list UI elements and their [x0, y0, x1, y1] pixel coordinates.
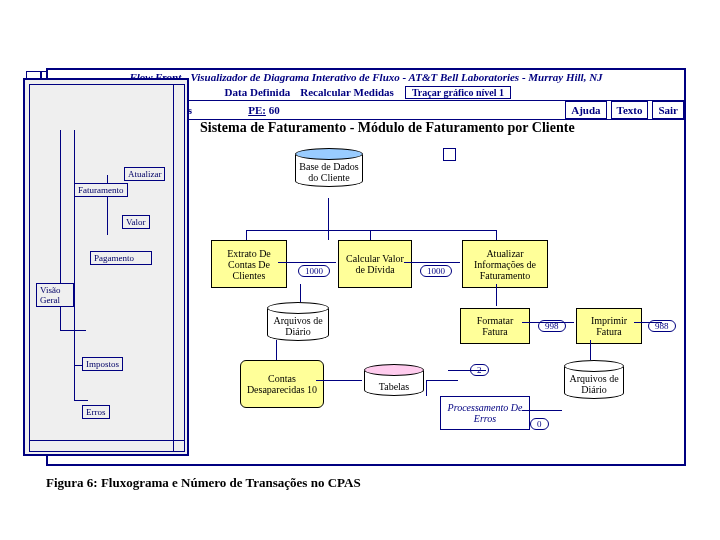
db-cylinder: Base de Dados do Cliente	[295, 148, 363, 187]
recalcular-label[interactable]: Recalcular Medidas	[295, 84, 399, 100]
box-formatar: Formatar Fatura	[460, 308, 530, 344]
arquivos1-label: Arquivos de Diário	[267, 309, 329, 341]
tree-hscrollbar[interactable]	[30, 440, 184, 451]
flow-icon	[443, 148, 456, 161]
texto-button[interactable]: Texto	[611, 101, 649, 119]
pill-0: 0	[530, 418, 549, 430]
tree-node-erros[interactable]: Erros	[82, 405, 110, 419]
cyl-arquivos-2: Arquivos de Diário	[564, 360, 624, 399]
tracar-button[interactable]: Traçar gráfico nível 1	[405, 86, 511, 99]
tree-inner: Atualizar Faturamento Valor Pagamento Vi…	[29, 84, 185, 452]
box-calcular: Calcular Valor de Dívida	[338, 240, 412, 288]
tree-vscrollbar[interactable]	[173, 85, 184, 451]
tree-node-visao[interactable]: Visão Geral	[36, 283, 74, 307]
tree-node-valor[interactable]: Valor	[122, 215, 150, 229]
pe-label: PE:	[248, 104, 266, 116]
arquivos2-label: Arquivos de Diário	[564, 367, 624, 399]
sair-button[interactable]: Sair	[652, 101, 684, 119]
pill-1000-b: 1000	[420, 265, 452, 277]
tabelas-label: Tabelas	[364, 371, 424, 396]
pill-1000-a: 1000	[298, 265, 330, 277]
box-imprimir: Imprimir Fatura	[576, 308, 642, 344]
box-atualizar: Atualizar Informações de Faturamento	[462, 240, 548, 288]
box-processar: Processamento De Erros	[440, 396, 530, 430]
tree-node-faturamento[interactable]: Faturamento	[74, 183, 128, 197]
figure-caption: Figura 6: Fluxograma e Número de Transaç…	[46, 475, 361, 491]
db-label: Base de Dados do Cliente	[295, 155, 363, 187]
cyl-arquivos-1: Arquivos de Diário	[267, 302, 329, 341]
tree-panel: Atualizar Faturamento Valor Pagamento Vi…	[23, 78, 189, 456]
tree-node-atualizar[interactable]: Atualizar	[124, 167, 165, 181]
tree-node-pagamento[interactable]: Pagamento	[90, 251, 152, 265]
data-definida-label: Data Definida	[220, 84, 296, 100]
ajuda-button[interactable]: Ajuda	[565, 101, 606, 119]
section-title: Sistema de Faturamento - Módulo de Fatur…	[200, 120, 575, 136]
cyl-tabelas: Tabelas	[364, 364, 424, 396]
pe-value: 60	[269, 104, 280, 116]
tree-node-impostos[interactable]: Impostos	[82, 357, 123, 371]
box-extrato: Extrato De Contas De Clientes	[211, 240, 287, 288]
box-contas: Contas Desaparecidas 10	[240, 360, 324, 408]
